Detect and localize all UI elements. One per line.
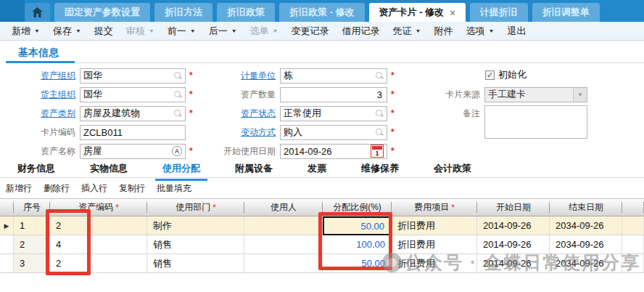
tab-physical-info[interactable]: 实物信息 [87, 159, 131, 178]
circle-a-icon[interactable]: A [172, 146, 182, 156]
chevron-down-icon[interactable]: ▼ [34, 28, 40, 34]
cell-user[interactable] [244, 216, 323, 235]
table-row[interactable]: 3 2 销售 50.00 折旧费用 2014-09-26 2034-09-26 [0, 254, 644, 273]
cell-expense-item[interactable]: 折旧费用 [392, 235, 477, 254]
next-button[interactable]: 后一▼ [205, 23, 242, 39]
asset-org-input[interactable]: 国华 [80, 68, 186, 84]
cell-user[interactable] [244, 254, 323, 273]
add-row-button[interactable]: 新增行 [6, 182, 32, 195]
cell-use-dept[interactable]: 销售 [147, 254, 244, 273]
chevron-down-icon[interactable]: ▼ [488, 28, 494, 34]
asset-category-label[interactable]: 资产类别 [6, 108, 75, 120]
cell-seq[interactable]: 2 [14, 235, 50, 254]
row-selector[interactable] [0, 254, 14, 273]
header-start-date[interactable]: 开始日期 [477, 199, 550, 216]
tab-depreciation-policy[interactable]: 折旧政策 [217, 3, 275, 22]
header-use-dept[interactable]: 使用部门* [147, 199, 244, 216]
owner-org-label[interactable]: 货主组织 [6, 89, 75, 101]
search-icon[interactable] [375, 109, 384, 118]
asset-org-label[interactable]: 资产组织 [6, 70, 75, 82]
asset-status-label[interactable]: 资产状态 [219, 108, 276, 120]
cell-alloc-ratio[interactable]: 100.00 [323, 235, 392, 254]
card-code-input[interactable]: ZCLB011 [80, 125, 186, 140]
cell-start-date[interactable]: 2014-09-26 [477, 235, 550, 254]
header-seq[interactable]: 序号 [14, 199, 50, 216]
cell-expense-item[interactable]: 折旧费用 [392, 254, 477, 273]
cell-use-dept[interactable]: 销售 [147, 235, 244, 254]
cell-asset-code[interactable]: 2 [50, 254, 147, 273]
tab-accounting-policy[interactable]: 会计政策 [431, 159, 474, 178]
tab-depreciation-method[interactable]: 折旧方法 [154, 3, 212, 22]
batch-fill-button[interactable]: 批量填充 [157, 182, 191, 195]
cell-end-date[interactable]: 2034-09-26 [550, 216, 622, 235]
change-mode-label[interactable]: 变动方式 [219, 126, 276, 139]
owner-org-input[interactable]: 国华 [80, 87, 186, 102]
borrow-record-button[interactable]: 借用记录 [338, 23, 384, 39]
cell-start-date[interactable]: 2014-09-26 [477, 254, 550, 273]
cell-user[interactable] [244, 235, 323, 254]
table-row[interactable]: 2 4 销售 100.00 折旧费用 2014-09-26 2034-09-26 [0, 235, 644, 254]
search-icon[interactable] [375, 128, 384, 137]
asset-quantity-input[interactable]: 3 [280, 87, 387, 102]
change-record-button[interactable]: 变更记录 [287, 23, 334, 39]
init-checkbox[interactable]: ✓ [485, 70, 495, 80]
measure-unit-label[interactable]: 计量单位 [219, 70, 276, 82]
search-icon[interactable] [173, 71, 182, 80]
asset-status-input[interactable]: 正常使用 [280, 106, 387, 121]
asset-category-input[interactable]: 房屋及建筑物 [80, 106, 186, 121]
header-asset-code[interactable]: 资产编码* [50, 199, 147, 216]
close-icon[interactable]: × [450, 7, 455, 18]
calendar-icon[interactable]: 1 [371, 145, 384, 158]
tab-invoice[interactable]: 发票 [305, 159, 329, 178]
header-alloc-ratio[interactable]: 分配比例(%) [323, 199, 392, 216]
table-row[interactable]: ▶ 1 2 制作 50.00 折旧费用 2014-09-26 2034-09-2… [0, 216, 644, 235]
home-tab[interactable] [25, 3, 50, 22]
copy-row-button[interactable]: 复制行 [119, 182, 145, 195]
chevron-down-icon[interactable]: ▼ [416, 28, 421, 34]
cell-asset-code[interactable]: 4 [50, 235, 147, 254]
save-button[interactable]: 保存▼ [49, 23, 86, 39]
remark-textarea[interactable] [484, 105, 587, 139]
exit-button[interactable]: 退出 [503, 23, 530, 39]
previous-button[interactable]: 前一▼ [163, 23, 200, 39]
tab-depreciation-policy-edit[interactable]: 折旧政策 - 修改 [279, 3, 365, 22]
change-mode-input[interactable]: 购入 [280, 125, 387, 140]
tab-maintenance[interactable]: 维修保养 [358, 159, 402, 178]
tab-usage-allocation[interactable]: 使用分配 [160, 159, 203, 178]
cell-seq[interactable]: 3 [14, 254, 50, 273]
voucher-button[interactable]: 凭证▼ [389, 23, 426, 39]
tab-finance-info[interactable]: 财务信息 [15, 159, 58, 178]
cell-start-date[interactable]: 2014-09-26 [477, 216, 550, 235]
measure-unit-input[interactable]: 栋 [280, 68, 387, 84]
tab-fixed-asset-params[interactable]: 固定资产参数设置 [54, 3, 150, 22]
tab-asset-card-edit[interactable]: 资产卡片 - 修改 × [369, 3, 466, 22]
attachment-button[interactable]: 附件 [429, 23, 457, 39]
start-use-date-input[interactable]: 2014-09-26 1 [280, 144, 387, 159]
cell-alloc-ratio-editing[interactable]: 50.00 [323, 216, 392, 235]
row-pointer-icon[interactable]: ▶ [0, 216, 14, 235]
chevron-down-icon[interactable]: ▼ [190, 28, 196, 34]
cell-use-dept[interactable]: 制作 [147, 216, 244, 235]
cell-seq[interactable]: 1 [14, 216, 50, 235]
delete-row-button[interactable]: 删除行 [44, 182, 70, 195]
search-icon[interactable] [375, 71, 384, 80]
cell-asset-code[interactable]: 2 [50, 216, 147, 235]
chevron-down-icon[interactable]: ▼ [231, 28, 237, 34]
submit-button[interactable]: 提交 [90, 23, 117, 39]
cell-end-date[interactable]: 2034-09-26 [550, 235, 622, 254]
header-user[interactable]: 使用人 [244, 199, 323, 216]
tab-accrue-depreciation[interactable]: 计提折旧 [470, 3, 528, 22]
search-icon[interactable] [173, 90, 182, 99]
insert-row-button[interactable]: 插入行 [81, 182, 107, 195]
tab-depreciation-adjust[interactable]: 折旧调整单 [532, 3, 600, 22]
asset-name-input[interactable]: 房屋A [80, 144, 186, 159]
add-button[interactable]: 新增▼ [7, 23, 44, 39]
cell-alloc-ratio[interactable]: 50.00 [323, 254, 392, 273]
chevron-down-icon[interactable]: ▼ [75, 28, 81, 34]
header-expense-item[interactable]: 费用项目* [392, 199, 477, 216]
search-icon[interactable] [173, 109, 182, 118]
options-button[interactable]: 选项▼ [461, 23, 498, 39]
header-end-date[interactable]: 结束日期 [550, 199, 622, 216]
tab-attached-equipment[interactable]: 附属设备 [232, 159, 276, 178]
row-selector[interactable] [0, 235, 14, 254]
